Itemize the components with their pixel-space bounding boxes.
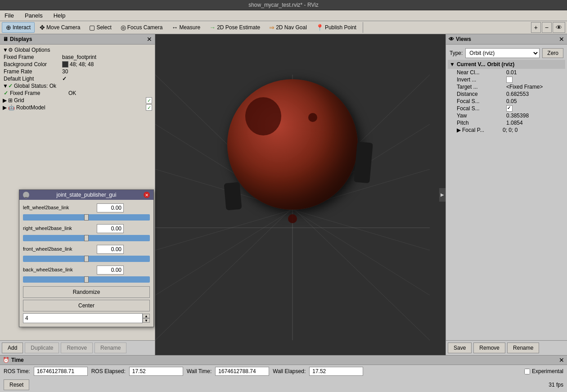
wall-elapsed-value[interactable] (309, 367, 363, 376)
ros-time-value[interactable] (34, 367, 88, 376)
displays-panel: 🖥 Displays ✕ ▼ ⚙ Global Options Fixed Fr… (0, 34, 155, 355)
joint-slider-thumb-2[interactable] (84, 256, 89, 262)
displays-panel-close[interactable]: ✕ (147, 36, 152, 43)
grid-item[interactable]: ▶ ⊞ Grid ✓ (2, 97, 153, 104)
views-panel-close[interactable]: ✕ (559, 36, 564, 43)
joint-value-1[interactable] (97, 224, 124, 233)
robotmodel-item[interactable]: ▶ 🤖 RobotModel ✓ (2, 104, 153, 111)
view-prop-yaw-value[interactable]: 0.385398 (506, 113, 529, 119)
view-prop-focal-p-expand[interactable]: ▶ (457, 127, 461, 133)
robotmodel-checkbox[interactable]: ✓ (146, 104, 152, 111)
robotmodel-icon: 🤖 (8, 104, 15, 111)
time-bar-close[interactable]: ✕ (559, 356, 564, 364)
view-prop-focal-s2-check[interactable]: ✓ (506, 105, 513, 112)
tool-interact[interactable]: ⊕ Interact (2, 22, 35, 33)
wall-time-value[interactable] (215, 367, 269, 376)
spin-up-button[interactable]: ▲ (143, 314, 150, 318)
reset-row: Reset 31 fps (0, 378, 567, 392)
joint-slider-thumb-3[interactable] (84, 276, 89, 283)
wall-elapsed-label: Wall Elapsed: (273, 368, 306, 374)
tool-select[interactable]: ▢ Select (85, 22, 115, 33)
remove-display-button[interactable]: Remove (61, 342, 93, 353)
time-reset-button[interactable]: Reset (4, 379, 29, 390)
frame-rate-row: Frame Rate 30 (2, 68, 153, 75)
rename-display-button[interactable]: Rename (94, 342, 126, 353)
views-type-select[interactable]: Orbit (rviz) (465, 48, 540, 58)
view-prop-distance-value[interactable]: 0.682553 (506, 91, 529, 97)
time-row: ROS Time: ROS Elapsed: Wall Time: Wall E… (0, 365, 567, 378)
menu-help[interactable]: Help (51, 11, 68, 20)
tool-focus-camera[interactable]: ◎ Focus Camera (117, 22, 167, 33)
joint-slider-thumb-0[interactable] (84, 214, 89, 221)
joint-value-2[interactable] (97, 245, 124, 254)
view-prop-near-clip-value[interactable]: 0.01 (506, 69, 517, 76)
view-button[interactable]: 👁 (553, 22, 565, 33)
view-prop-focal-s1-value[interactable]: 0.05 (506, 98, 517, 104)
spin-input[interactable] (23, 313, 143, 323)
joint-slider-1[interactable] (23, 235, 150, 241)
joint-slider-2[interactable] (23, 256, 150, 262)
global-status-item[interactable]: ▼ ✓ Global Status: Ok (2, 82, 153, 90)
global-options-icon: ⚙ (8, 47, 13, 53)
tool-move-camera[interactable]: ✥ Move Camera (36, 22, 84, 33)
joint-publisher-close[interactable]: ✕ (144, 192, 150, 198)
view-prop-focal-s1-label: Focal S... (457, 98, 506, 104)
view-prop-distance: Distance 0.682553 (448, 90, 565, 98)
joint-value-3[interactable] (97, 266, 124, 275)
viewport-collapse-arrow[interactable]: ▶ (439, 188, 446, 202)
joint-slider-3[interactable] (23, 276, 150, 283)
spin-down-button[interactable]: ▼ (143, 318, 150, 323)
grid-expand[interactable]: ▶ (3, 97, 8, 104)
duplicate-display-button[interactable]: Duplicate (25, 342, 59, 353)
views-zero-button[interactable]: Zero (542, 48, 563, 58)
view-prop-focal-p-value[interactable]: 0; 0; 0 (503, 127, 518, 133)
ros-elapsed-value[interactable] (129, 367, 183, 376)
remove-view-button[interactable]: Remove (473, 342, 505, 353)
tool-measure[interactable]: ↔ Measure (167, 22, 204, 33)
joint-name-3: back_wheel2base_link (23, 267, 95, 272)
title-bar: show_mycar_test.rviz* - RViz (0, 0, 567, 10)
default-light-value[interactable]: ✓ (62, 76, 67, 82)
focus-camera-icon: ◎ (121, 24, 126, 31)
window-title: show_mycar_test.rviz* - RViz (248, 2, 319, 8)
tool-nav-goal[interactable]: ⇒ 2D Nav Goal (265, 22, 311, 33)
experimental-checkbox[interactable] (524, 369, 530, 374)
center-button[interactable]: Center (23, 300, 150, 311)
tool-pose-estimate[interactable]: → 2D Pose Estimate (205, 22, 264, 33)
view-prop-target-value[interactable]: <Fixed Frame> (506, 84, 543, 90)
robotmodel-label: RobotModel (16, 104, 146, 111)
global-status-expand[interactable]: ▼ (3, 83, 8, 89)
joint-value-0[interactable] (97, 203, 124, 212)
view-prop-invert-check[interactable] (506, 77, 513, 83)
menu-panels[interactable]: Panels (22, 11, 45, 20)
global-options-item[interactable]: ▼ ⚙ Global Options (2, 46, 153, 54)
tool-publish-point[interactable]: 📍 Publish Point (312, 22, 360, 33)
randomize-button[interactable]: Randomize (23, 286, 150, 298)
grid-checkbox[interactable]: ✓ (146, 97, 152, 104)
current-view-expand[interactable]: ▼ (450, 61, 455, 68)
background-color-swatch[interactable] (62, 61, 68, 68)
robotmodel-expand[interactable]: ▶ (3, 104, 8, 111)
frame-rate-value[interactable]: 30 (62, 68, 68, 75)
experimental-row: Experimental (524, 368, 563, 374)
zoom-out-button[interactable]: − (542, 22, 552, 33)
global-status-ff-value: OK (68, 90, 76, 96)
joint-publisher-minimize[interactable]: _ (23, 192, 29, 198)
joint-slider-thumb-1[interactable] (84, 235, 89, 241)
zoom-in-button[interactable]: + (531, 22, 541, 33)
joint-publisher-window: _ joint_state_publisher_gui ✕ left_wheel… (19, 189, 154, 327)
joint-publisher-title-bar: _ joint_state_publisher_gui ✕ (19, 190, 153, 200)
menu-file[interactable]: File (2, 11, 17, 20)
grid-icon: ⊞ (8, 97, 13, 104)
global-options-expand[interactable]: ▼ (3, 47, 8, 53)
view-prop-pitch-value[interactable]: 1.0854 (506, 120, 523, 126)
joint-slider-0[interactable] (23, 214, 150, 221)
viewport[interactable]: ▶ (155, 34, 446, 355)
background-color-value[interactable]: 48; 48; 48 (70, 61, 94, 68)
measure-icon: ↔ (171, 24, 178, 31)
robot-detail-2 (308, 113, 317, 122)
rename-view-button[interactable]: Rename (507, 342, 539, 353)
fixed-frame-value[interactable]: base_footprint (62, 54, 96, 60)
add-display-button[interactable]: Add (2, 342, 23, 353)
save-view-button[interactable]: Save (448, 342, 472, 353)
